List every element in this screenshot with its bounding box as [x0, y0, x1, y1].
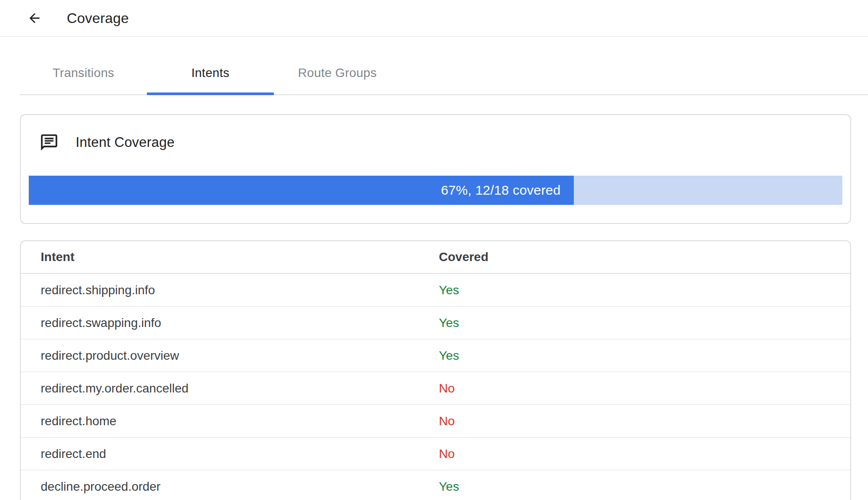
tab-route-groups[interactable]: Route Groups: [274, 52, 401, 94]
tab-list: TransitionsIntentsRoute Groups: [20, 52, 868, 94]
table-header-row: Intent Covered: [21, 241, 850, 274]
table-body: redirect.shipping.info Yes redirect.swap…: [21, 274, 850, 500]
tab-bar: TransitionsIntentsRoute Groups: [20, 52, 868, 95]
covered-cell: No: [419, 447, 850, 461]
coverage-card-header: Intent Coverage: [21, 115, 850, 152]
coverage-progress-bar: 67%, 12/18 covered: [29, 176, 842, 205]
page-title: Coverage: [67, 10, 129, 27]
back-button[interactable]: [27, 10, 42, 26]
intent-cell: redirect.my.order.cancelled: [21, 381, 419, 396]
table-row: redirect.end No: [21, 438, 850, 470]
table-row: redirect.shipping.info Yes: [21, 274, 850, 307]
intent-coverage-card: Intent Coverage 67%, 12/18 covered: [20, 114, 851, 224]
intent-cell: redirect.swapping.info: [21, 316, 419, 330]
covered-cell: No: [419, 381, 850, 396]
table-row: decline.proceed.order Yes: [21, 470, 850, 500]
intent-table-card: Intent Covered redirect.shipping.info Ye…: [20, 240, 851, 500]
covered-cell: Yes: [419, 480, 850, 494]
column-header-covered: Covered: [419, 250, 850, 264]
chat-icon: [39, 133, 59, 152]
table-row: redirect.product.overview Yes: [21, 339, 850, 372]
covered-cell: Yes: [419, 316, 850, 330]
coverage-card-title: Intent Coverage: [76, 135, 175, 150]
covered-cell: Yes: [419, 283, 850, 297]
table-row: redirect.home No: [21, 405, 850, 438]
arrow-left-icon: [27, 11, 42, 26]
covered-cell: No: [419, 414, 850, 428]
coverage-progress-fill: 67%, 12/18 covered: [29, 176, 574, 205]
tab-transitions[interactable]: Transitions: [20, 52, 147, 94]
tab-intents[interactable]: Intents: [147, 52, 274, 94]
intent-cell: redirect.home: [21, 414, 419, 428]
intent-cell: redirect.shipping.info: [21, 283, 419, 297]
intent-cell: redirect.end: [21, 447, 419, 461]
intent-cell: decline.proceed.order: [21, 480, 419, 494]
table-row: redirect.swapping.info Yes: [21, 307, 850, 339]
table-row: redirect.my.order.cancelled No: [21, 372, 850, 405]
intent-cell: redirect.product.overview: [21, 349, 419, 363]
column-header-intent: Intent: [21, 250, 419, 264]
coverage-progress-label: 67%, 12/18 covered: [441, 183, 574, 198]
covered-cell: Yes: [419, 349, 850, 363]
app-bar: Coverage: [0, 0, 868, 37]
